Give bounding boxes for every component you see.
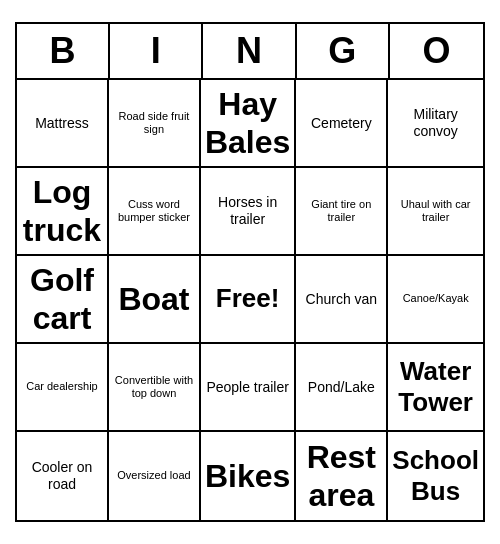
cell-text: Church van — [306, 291, 378, 308]
cell-text: Oversized load — [117, 469, 190, 482]
cell-text: Cuss word bumper sticker — [113, 198, 195, 224]
header-letter: N — [203, 24, 296, 78]
cell-text: Car dealership — [26, 380, 98, 393]
cell-text: Rest area — [300, 438, 382, 515]
cell-text: Boat — [118, 280, 189, 318]
cell-text: Uhaul with car trailer — [392, 198, 479, 224]
bingo-grid: MattressRoad side fruit signHay BalesCem… — [17, 80, 483, 520]
cell-text: Military convoy — [392, 106, 479, 140]
bingo-cell: Oversized load — [109, 432, 201, 520]
bingo-cell: Uhaul with car trailer — [388, 168, 483, 256]
bingo-card: BINGO MattressRoad side fruit signHay Ba… — [15, 22, 485, 522]
bingo-cell: Hay Bales — [201, 80, 296, 168]
bingo-cell: Convertible with top down — [109, 344, 201, 432]
bingo-cell: Rest area — [296, 432, 388, 520]
cell-text: Bikes — [205, 457, 290, 495]
bingo-cell: Cooler on road — [17, 432, 109, 520]
cell-text: Pond/Lake — [308, 379, 375, 396]
cell-text: Canoe/Kayak — [403, 292, 469, 305]
cell-text: Mattress — [35, 115, 89, 132]
cell-text: People trailer — [206, 379, 289, 396]
cell-text: Convertible with top down — [113, 374, 195, 400]
bingo-cell: Cuss word bumper sticker — [109, 168, 201, 256]
bingo-cell: Church van — [296, 256, 388, 344]
bingo-cell: Canoe/Kayak — [388, 256, 483, 344]
bingo-cell: Road side fruit sign — [109, 80, 201, 168]
header-letter: G — [297, 24, 390, 78]
cell-text: Giant tire on trailer — [300, 198, 382, 224]
bingo-cell: Bikes — [201, 432, 296, 520]
bingo-cell: Log truck — [17, 168, 109, 256]
cell-text: School Bus — [392, 445, 479, 507]
cell-text: Road side fruit sign — [113, 110, 195, 136]
bingo-cell: Free! — [201, 256, 296, 344]
header-letter: O — [390, 24, 483, 78]
cell-text: Golf cart — [21, 261, 103, 338]
cell-text: Free! — [216, 283, 280, 314]
cell-text: Cemetery — [311, 115, 372, 132]
bingo-cell: Water Tower — [388, 344, 483, 432]
bingo-cell: Mattress — [17, 80, 109, 168]
cell-text: Water Tower — [392, 356, 479, 418]
bingo-cell: Horses in trailer — [201, 168, 296, 256]
bingo-cell: Cemetery — [296, 80, 388, 168]
cell-text: Cooler on road — [21, 459, 103, 493]
bingo-header: BINGO — [17, 24, 483, 80]
cell-text: Horses in trailer — [205, 194, 290, 228]
cell-text: Log truck — [21, 173, 103, 250]
bingo-cell: Pond/Lake — [296, 344, 388, 432]
header-letter: B — [17, 24, 110, 78]
bingo-cell: Golf cart — [17, 256, 109, 344]
bingo-cell: People trailer — [201, 344, 296, 432]
bingo-cell: Military convoy — [388, 80, 483, 168]
cell-text: Hay Bales — [205, 85, 290, 162]
bingo-cell: Giant tire on trailer — [296, 168, 388, 256]
bingo-cell: Boat — [109, 256, 201, 344]
bingo-cell: Car dealership — [17, 344, 109, 432]
bingo-cell: School Bus — [388, 432, 483, 520]
header-letter: I — [110, 24, 203, 78]
